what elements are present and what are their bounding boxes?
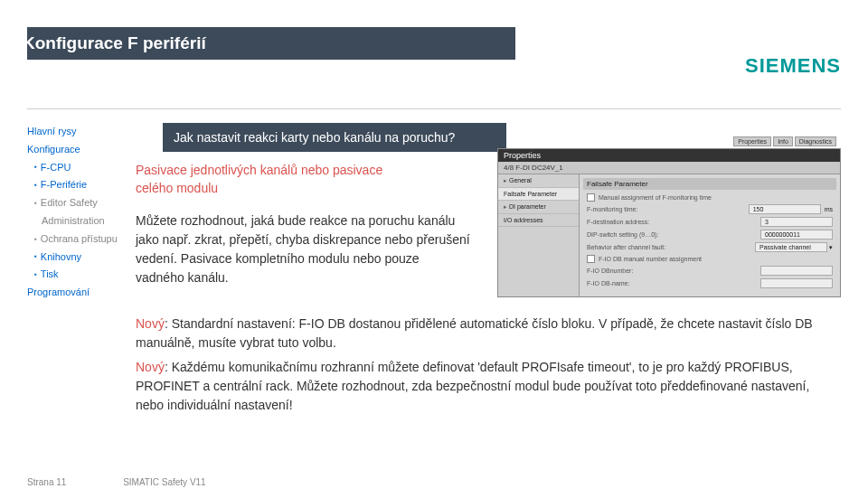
- lower-text-block: Nový: Standardní nastavení: F-IO DB dost…: [136, 315, 841, 415]
- label-fdest-addr: F-destination address:: [587, 219, 760, 225]
- row-fio-name: F-IO DB-name:: [583, 278, 836, 288]
- novy-label-1: Nový: [136, 316, 165, 331]
- title-bar: Konfigurace F periférií: [27, 27, 515, 60]
- sidebar-item-tisk[interactable]: Tisk: [27, 266, 136, 284]
- lower-para-1: Nový: Standardní nastavení: F-IO DB dost…: [136, 315, 814, 352]
- tab-info[interactable]: Info: [773, 136, 793, 146]
- input-fio-num[interactable]: [760, 266, 833, 276]
- page-number: Strana 11: [27, 477, 66, 487]
- panel-tabs: Properties Info Diagnostics: [733, 136, 836, 146]
- checkbox-manual-assign[interactable]: [587, 193, 595, 202]
- properties-panel: Properties 4/8 F-DI DC24V_1 Properties I…: [497, 148, 841, 297]
- sidebar: Hlavní rysy Konfigurace F-CPU F-Periféri…: [27, 123, 136, 415]
- dropdown-icon[interactable]: ▾: [829, 244, 833, 251]
- panel-nav-general[interactable]: ▸General: [498, 174, 579, 188]
- label-fio-name: F-IO DB-name:: [587, 280, 760, 287]
- tab-properties[interactable]: Properties: [733, 136, 771, 146]
- row-fmon-time: F-monitoring time: 150 ms: [583, 204, 836, 214]
- panel-nav-failsafe[interactable]: Failsafe Parameter: [498, 188, 579, 201]
- label-fio-num: F-IO DBnumber:: [587, 268, 760, 274]
- panel-address-text: 4/8 F-DI DC24V_1: [504, 164, 563, 172]
- header: Konfigurace F periférií SIEMENS: [0, 27, 868, 108]
- row-fdest-addr: F-destination address: 3: [583, 217, 836, 227]
- question-bar: Jak nastavit reakci karty nebo kanálu na…: [163, 123, 506, 152]
- page-title: Konfigurace F periférií: [23, 33, 206, 53]
- sidebar-item-knihovny[interactable]: Knihovny: [27, 249, 136, 267]
- label-fmon-time: F-monitoring time:: [587, 206, 749, 212]
- lower-text-2: : Každému komunikačnímu rozhranní můžete…: [136, 360, 809, 412]
- sidebar-item-konfigurace[interactable]: Konfigurace: [27, 141, 136, 159]
- row-manual-assign: Manual assignment of F-monitoring time: [583, 193, 836, 202]
- label-fio-manual: F-IO DB manual number assignment: [599, 256, 833, 262]
- sidebar-item-programovani[interactable]: Programování: [27, 284, 136, 302]
- sidebar-item-fperiferie[interactable]: F-Periférie: [27, 176, 136, 194]
- lower-para-2: Nový: Každému komunikačnímu rozhranní mů…: [136, 358, 814, 415]
- tab-diagnostics[interactable]: Diagnostics: [795, 136, 836, 146]
- siemens-logo: SIEMENS: [745, 54, 841, 78]
- input-dip[interactable]: 0000000011: [760, 230, 833, 240]
- sidebar-item-fcpu[interactable]: F-CPU: [27, 159, 136, 177]
- input-fdest-addr[interactable]: 3: [760, 217, 833, 227]
- unit-ms: ms: [825, 206, 833, 212]
- panel-nav-io[interactable]: I/O addresses: [498, 214, 579, 227]
- row-dip: DIP-switch setting (9…0): 0000000011: [583, 230, 836, 240]
- label-behavior: Behavior after channel fault:: [587, 244, 755, 250]
- panel-form: Failsafe Parameter Manual assignment of …: [580, 174, 840, 296]
- lower-text-1: : Standardní nastavení: F-IO DB dostanou…: [136, 316, 813, 350]
- label-dip: DIP-switch setting (9…0):: [587, 231, 760, 238]
- panel-address: 4/8 F-DI DC24V_1 Properties Info Diagnos…: [498, 162, 840, 174]
- panel-title: Properties: [498, 149, 840, 162]
- sidebar-item-ochrana[interactable]: Ochrana přístupu: [27, 230, 136, 249]
- sidebar-item-hlavni-rysy[interactable]: Hlavní rysy: [27, 123, 136, 141]
- row-behavior: Behavior after channel fault: Passivate …: [583, 242, 836, 252]
- novy-label-2: Nový: [136, 360, 165, 374]
- main-area: Jak nastavit reakci karty nebo kanálu na…: [136, 123, 841, 415]
- panel-nav-di[interactable]: ▸DI parameter: [498, 201, 579, 214]
- content: Hlavní rysy Konfigurace F-CPU F-Periféri…: [0, 109, 868, 415]
- input-fmon-time[interactable]: 150: [749, 204, 821, 214]
- sidebar-item-administration[interactable]: Administration: [27, 212, 136, 230]
- row-fio-num: F-IO DBnumber:: [583, 266, 836, 276]
- panel-nav: ▸General Failsafe Parameter ▸DI paramete…: [498, 174, 580, 296]
- select-behavior[interactable]: Passivate channel: [755, 242, 827, 252]
- panel-section-header: Failsafe Parameter: [583, 178, 836, 190]
- checkbox-fio-manual[interactable]: [587, 255, 595, 263]
- body-paragraph-1: Můžete rozhodnout, jaká bude reakce na p…: [136, 211, 470, 287]
- product-name: SIMATIC Safety V11: [123, 477, 206, 487]
- input-fio-name[interactable]: [760, 278, 833, 288]
- chevron-right-icon: ▸: [504, 177, 507, 183]
- footer: Strana 11 SIMATIC Safety V11: [27, 477, 206, 487]
- sidebar-item-editor-safety[interactable]: Editor Safety: [27, 194, 136, 212]
- chevron-right-icon: ▸: [504, 203, 507, 210]
- label-manual-assign: Manual assignment of F-monitoring time: [599, 194, 833, 201]
- row-fio-manual: F-IO DB manual number assignment: [583, 255, 836, 263]
